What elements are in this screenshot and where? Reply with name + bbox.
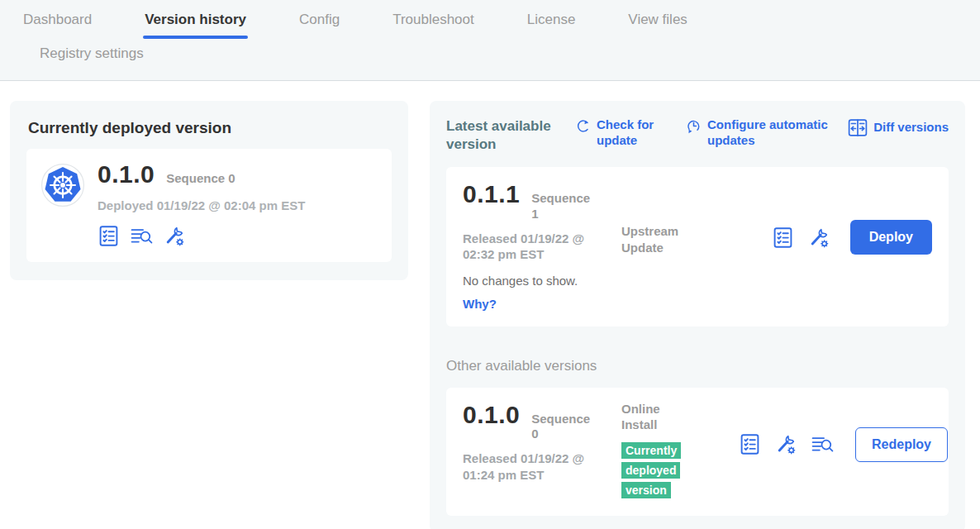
kubernetes-logo <box>41 164 84 207</box>
tab-view-files[interactable]: View files <box>628 12 687 39</box>
redeploy-button[interactable]: Redeploy <box>855 427 948 462</box>
other-version-card: 0.1.0 Sequence 0 Released 01/19/22 @ 01:… <box>446 388 949 516</box>
latest-version-card: 0.1.1 Sequence 1 Released 01/19/22 @ 02:… <box>446 167 949 326</box>
diff-versions-icon <box>848 118 868 137</box>
latest-version-number: 0.1.1 <box>463 180 520 208</box>
deploy-button[interactable]: Deploy <box>850 220 932 255</box>
deployed-sequence-label: Sequence 0 <box>166 171 235 185</box>
currently-deployed-title: Currently deployed version <box>28 119 392 137</box>
other-available-versions-title: Other available versions <box>446 358 949 374</box>
other-released-timestamp: Released 01/19/22 @ 01:24 pm EST <box>463 450 605 483</box>
latest-released-timestamp: Released 01/19/22 @ 02:32 pm EST <box>463 231 605 263</box>
other-version-source: Online Install Currently deployed versio… <box>621 401 739 501</box>
currently-deployed-badge: Currently deployed version <box>621 441 687 501</box>
check-for-update-link[interactable]: Check for update <box>575 117 664 149</box>
deployed-version-card: 0.1.0 Sequence 0 Deployed 01/19/22 @ 02:… <box>26 149 392 262</box>
preflight-checks-icon[interactable] <box>772 226 794 249</box>
nav-tabs-row-1: Dashboard Version history Config Trouble… <box>23 12 980 39</box>
latest-available-panel: Latest available version Check for updat… <box>430 101 965 529</box>
tab-dashboard[interactable]: Dashboard <box>23 12 92 39</box>
online-install-label: Online Install <box>621 401 696 433</box>
deployed-version-number: 0.1.0 <box>98 160 155 188</box>
configure-automatic-updates-link[interactable]: Configure automatic updates <box>686 117 831 149</box>
other-sequence-label: Sequence 0 <box>531 412 591 443</box>
tab-version-history[interactable]: Version history <box>145 12 246 39</box>
latest-version-actions: Deploy <box>739 220 932 255</box>
latest-sequence-label: Sequence 1 <box>531 191 591 222</box>
other-version-details: 0.1.0 Sequence 0 Released 01/19/22 @ 01:… <box>463 401 621 501</box>
top-navigation: Dashboard Version history Config Trouble… <box>0 0 980 81</box>
auto-update-schedule-icon <box>686 118 702 134</box>
latest-version-details: 0.1.1 Sequence 1 Released 01/19/22 @ 02:… <box>463 180 621 312</box>
tab-license[interactable]: License <box>527 12 576 39</box>
main-content: Currently deployed version 0.1.0 Sequenc… <box>0 81 980 529</box>
preflight-checks-icon[interactable] <box>739 433 761 455</box>
other-version-actions: Redeploy <box>739 427 948 462</box>
currently-deployed-panel: Currently deployed version 0.1.0 Sequenc… <box>10 101 408 280</box>
diff-versions-link[interactable]: Diff versions <box>848 117 949 137</box>
no-changes-text: No changes to show. <box>463 274 621 288</box>
tab-config[interactable]: Config <box>299 12 340 39</box>
deployed-timestamp: Deployed 01/19/22 @ 02:04 pm EST <box>98 198 305 214</box>
latest-available-title: Latest available version <box>446 117 560 154</box>
deployed-version-details: 0.1.0 Sequence 0 Deployed 01/19/22 @ 02:… <box>98 160 305 247</box>
deploy-logs-icon[interactable] <box>811 433 834 455</box>
config-wrench-icon[interactable] <box>808 226 830 249</box>
latest-version-source: Upstream Update <box>621 180 739 312</box>
latest-available-header: Latest available version Check for updat… <box>446 117 949 154</box>
nav-tabs-row-2: Registry settings <box>40 45 980 62</box>
tab-registry-settings[interactable]: Registry settings <box>40 45 144 62</box>
config-wrench-icon[interactable] <box>775 433 797 455</box>
upstream-update-label: Upstream Update <box>621 223 696 255</box>
other-version-number: 0.1.0 <box>463 401 520 429</box>
refresh-icon <box>575 118 591 134</box>
config-wrench-icon[interactable] <box>164 225 186 247</box>
deploy-logs-icon[interactable] <box>131 225 153 247</box>
preflight-checks-icon[interactable] <box>98 225 120 247</box>
tab-troubleshoot[interactable]: Troubleshoot <box>392 12 474 39</box>
why-link[interactable]: Why? <box>463 297 497 311</box>
deployed-version-actions <box>98 225 305 247</box>
